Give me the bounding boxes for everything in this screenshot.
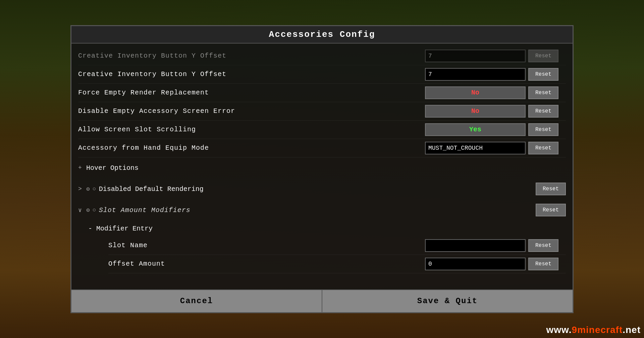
control-area: Yes Reset [425, 123, 566, 136]
slot-amount-modifiers-icon2: ○ [93, 207, 96, 213]
reset-slot-amount-modifiers-btn[interactable]: Reset [536, 204, 566, 216]
slot-amount-modifiers-label: Slot Amount Modifiers [99, 206, 191, 214]
allow-screen-slot-label: Allow Screen Slot Scrolling [78, 126, 425, 133]
disabled-rendering-label: Disabled Default Rendering [99, 185, 204, 193]
reset-creative-y-btn[interactable]: Reset [528, 68, 558, 81]
offset-amount-input[interactable] [425, 258, 526, 270]
disabled-rendering-header[interactable]: > ⊙ ○ Disabled Default Rendering [78, 181, 204, 197]
modal-title: Accessories Config [269, 29, 375, 40]
table-row: Accessory from Hand Equip Mode Reset [78, 139, 566, 157]
control-area: Reset [425, 142, 566, 154]
accessory-hand-equip-label: Accessory from Hand Equip Mode [78, 144, 425, 152]
allow-screen-slot-toggle[interactable]: Yes [425, 123, 526, 136]
title-bar: Accessories Config [71, 26, 573, 44]
row-label: Creative Inventory Button Y Offset [78, 52, 425, 60]
watermark-suffix: .net [623, 325, 641, 335]
modifier-entry-label: - Modifier Entry [88, 225, 153, 232]
table-row: Creative Inventory Button Y Offset Reset [78, 65, 566, 84]
disabled-rendering-section: > ⊙ ○ Disabled Default Rendering Reset [78, 179, 566, 200]
table-row: Creative Inventory Button Y Offset Reset [78, 47, 566, 65]
disabled-rendering-icon2: ○ [93, 186, 96, 192]
table-row: Force Empty Render Replacement No Reset [78, 84, 566, 102]
reset-disabled-rendering-btn[interactable]: Reset [536, 183, 566, 195]
hover-options-arrow: + [78, 164, 84, 171]
reset-offset-amount-btn[interactable]: Reset [528, 258, 558, 270]
slot-name-input[interactable] [425, 239, 526, 252]
table-row: Disable Empty Accessory Screen Error No … [78, 102, 566, 121]
modifier-entry-subsection: - Modifier Entry Slot Name Reset [88, 221, 566, 273]
slot-amount-modifiers-right: Reset [536, 204, 566, 216]
slot-amount-modifiers-section: ∨ ⊙ ○ Slot Amount Modifiers Reset [78, 200, 566, 221]
creative-inventory-y-label: Creative Inventory Button Y Offset [78, 70, 425, 78]
watermark-brand: 9minecraft [572, 325, 623, 335]
force-empty-render-toggle[interactable]: No [425, 86, 526, 99]
control-area: Reset [425, 50, 566, 62]
slot-amount-modifiers-header[interactable]: ∨ ⊙ ○ Slot Amount Modifiers [78, 202, 191, 218]
control-area: No Reset [425, 86, 566, 99]
disabled-rendering-icon1: ⊙ [86, 185, 90, 193]
table-row: Allow Screen Slot Scrolling Yes Reset [78, 121, 566, 139]
slot-amount-modifiers-arrow: ∨ [78, 206, 84, 214]
control-area: Reset [425, 258, 566, 270]
table-row: Offset Amount Reset [108, 255, 566, 273]
config-input-creative-y-top[interactable] [425, 50, 526, 62]
control-area: Reset [425, 68, 566, 81]
offset-amount-label: Offset Amount [108, 260, 425, 268]
disable-empty-label: Disable Empty Accessory Screen Error [78, 107, 425, 115]
slot-amount-modifiers-icon1: ⊙ [86, 206, 90, 214]
reset-force-empty-btn[interactable]: Reset [528, 86, 558, 99]
table-row: Slot Name Reset [108, 236, 566, 255]
modal-content: Creative Inventory Button Y Offset Reset… [71, 44, 573, 289]
reset-button[interactable]: Reset [528, 50, 558, 62]
watermark: www.9minecraft.net [546, 325, 641, 335]
slot-name-label: Slot Name [108, 242, 425, 249]
hover-options-header[interactable]: + Hover Options [78, 160, 139, 176]
hover-options-label: Hover Options [86, 164, 139, 172]
save-quit-button[interactable]: Save & Quit [322, 290, 573, 312]
slot-name-subsection: Slot Name Reset Offset Amount Reset [108, 236, 566, 273]
watermark-prefix: www. [546, 325, 572, 335]
reset-accessory-hand-btn[interactable]: Reset [528, 142, 558, 154]
config-list: Creative Inventory Button Y Offset Reset… [71, 44, 573, 289]
control-area: Reset [425, 239, 566, 252]
control-area: No Reset [425, 105, 566, 118]
reset-allow-screen-btn[interactable]: Reset [528, 123, 558, 136]
force-empty-render-label: Force Empty Render Replacement [78, 89, 425, 96]
disable-empty-toggle[interactable]: No [425, 105, 526, 118]
cancel-button[interactable]: Cancel [71, 290, 322, 312]
accessory-hand-equip-input[interactable] [425, 142, 526, 154]
config-modal: Accessories Config Creative Inventory Bu… [70, 25, 574, 313]
disabled-rendering-arrow: > [78, 186, 84, 192]
creative-inventory-y-input[interactable] [425, 68, 526, 81]
disabled-rendering-right: Reset [536, 183, 566, 195]
hover-options-section[interactable]: + Hover Options [78, 157, 566, 179]
modifier-entry-header[interactable]: - Modifier Entry [88, 221, 566, 236]
reset-disable-empty-btn[interactable]: Reset [528, 105, 558, 118]
reset-slot-name-btn[interactable]: Reset [528, 239, 558, 252]
modal-footer: Cancel Save & Quit [71, 289, 573, 312]
